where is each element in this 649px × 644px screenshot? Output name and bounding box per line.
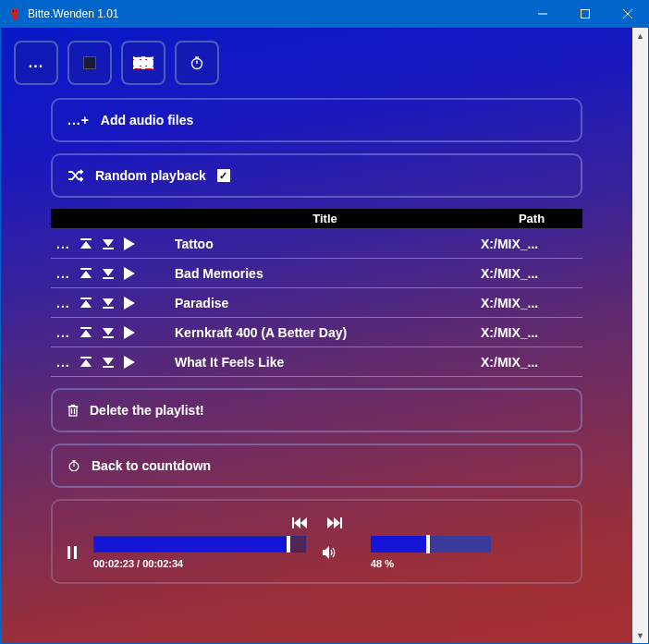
vertical-scrollbar[interactable]: ▲ ▼ <box>632 28 648 643</box>
minimize-button[interactable] <box>521 0 564 28</box>
random-playback-row: Random playback ✓ <box>51 153 582 198</box>
next-track-button[interactable] <box>327 517 342 529</box>
svg-rect-18 <box>80 268 92 270</box>
scroll-down-button[interactable]: ▼ <box>632 627 648 643</box>
row-title: Paradise <box>169 296 481 310</box>
svg-rect-13 <box>80 238 92 240</box>
svg-marker-27 <box>80 330 92 337</box>
row-menu-button[interactable]: ... <box>56 237 70 251</box>
row-title: What It Feels Like <box>169 355 481 370</box>
player-panel: 00:02:23 / 00:02:34 48 % <box>51 499 582 584</box>
svg-rect-37 <box>69 407 77 416</box>
row-path: X:/MIX_... <box>481 266 582 281</box>
svg-marker-34 <box>103 358 114 365</box>
row-path: X:/MIX_... <box>481 237 582 251</box>
svg-rect-52 <box>67 546 70 559</box>
top-toolbar: ... <box>14 41 619 85</box>
move-up-button[interactable] <box>80 298 92 309</box>
playlist-table: Title Path ... Tattoo X:/MIX_... ... Bad… <box>51 209 582 377</box>
pause-button[interactable] <box>67 546 77 559</box>
window-title: Bitte.Wenden 1.01 <box>28 7 521 20</box>
progress-slider[interactable] <box>93 536 306 553</box>
stop-button[interactable] <box>67 41 112 85</box>
header-path: Path <box>481 212 582 225</box>
move-up-button[interactable] <box>80 357 92 368</box>
volume-label: 48 % <box>371 558 491 569</box>
timer-button[interactable] <box>175 41 219 85</box>
svg-marker-22 <box>80 300 92 308</box>
svg-rect-33 <box>80 357 92 358</box>
stop-icon <box>83 56 96 69</box>
svg-rect-51 <box>340 517 342 529</box>
scroll-track[interactable] <box>632 43 648 627</box>
move-up-button[interactable] <box>80 238 92 249</box>
svg-rect-53 <box>74 546 77 559</box>
table-row: ... Tattoo X:/MIX_... <box>51 229 582 259</box>
move-down-button[interactable] <box>102 298 115 309</box>
svg-point-3 <box>16 10 18 12</box>
move-down-button[interactable] <box>102 327 115 338</box>
row-menu-button[interactable]: ... <box>56 355 70 370</box>
move-down-button[interactable] <box>102 268 115 279</box>
play-row-button[interactable] <box>124 267 135 280</box>
row-title: Tattoo <box>169 237 481 251</box>
menu-button[interactable]: ... <box>14 41 58 85</box>
table-row: ... Paradise X:/MIX_... <box>51 288 582 318</box>
svg-rect-23 <box>80 298 92 299</box>
move-down-button[interactable] <box>102 357 115 368</box>
move-down-button[interactable] <box>102 238 115 249</box>
stopwatch-icon <box>190 55 204 70</box>
time-display: 00:02:23 / 00:02:34 <box>93 558 306 569</box>
svg-marker-16 <box>124 237 135 250</box>
delete-playlist-button[interactable]: Delete the playlist! <box>51 388 582 432</box>
shuffle-icon <box>67 169 84 182</box>
play-row-button[interactable] <box>124 356 135 369</box>
svg-rect-5 <box>582 10 590 18</box>
maximize-button[interactable] <box>564 0 606 28</box>
scroll-up-button[interactable]: ▲ <box>632 28 648 43</box>
svg-marker-49 <box>327 517 334 529</box>
row-menu-button[interactable]: ... <box>56 266 70 281</box>
svg-rect-1 <box>12 15 18 19</box>
table-row: ... What It Feels Like X:/MIX_... <box>51 347 582 377</box>
titlebar: Bitte.Wenden 1.01 <box>0 0 649 28</box>
dots-icon: ... <box>29 55 43 71</box>
play-row-button[interactable] <box>124 237 135 250</box>
svg-marker-21 <box>124 267 135 280</box>
row-title: Bad Memories <box>169 266 481 281</box>
svg-rect-28 <box>80 327 92 329</box>
row-menu-button[interactable]: ... <box>56 296 70 310</box>
svg-marker-17 <box>80 271 92 278</box>
move-up-button[interactable] <box>80 327 92 338</box>
svg-rect-15 <box>103 248 114 249</box>
svg-marker-47 <box>294 517 300 529</box>
random-playback-label: Random playback <box>95 168 206 183</box>
svg-point-2 <box>13 10 15 12</box>
row-menu-button[interactable]: ... <box>56 325 70 340</box>
volume-slider[interactable] <box>371 536 491 553</box>
uk-flag-icon <box>133 56 153 69</box>
move-up-button[interactable] <box>80 268 92 279</box>
table-row: ... Kernkraft 400 (A Better Day) X:/MIX_… <box>51 318 582 347</box>
play-row-button[interactable] <box>124 326 135 339</box>
delete-playlist-label: Delete the playlist! <box>90 403 204 418</box>
row-path: X:/MIX_... <box>481 325 582 340</box>
svg-marker-31 <box>124 326 135 339</box>
add-audio-label: Add audio files <box>101 113 193 128</box>
svg-marker-32 <box>80 359 92 367</box>
svg-marker-54 <box>323 546 329 559</box>
svg-marker-24 <box>103 298 114 306</box>
table-row: ... Bad Memories X:/MIX_... <box>51 259 582 288</box>
play-row-button[interactable] <box>124 297 135 310</box>
svg-marker-19 <box>103 269 114 276</box>
language-button[interactable] <box>121 41 165 85</box>
back-countdown-button[interactable]: Back to countdown <box>51 444 582 488</box>
add-audio-button[interactable]: ...+ Add audio files <box>51 98 582 142</box>
svg-rect-30 <box>103 336 114 338</box>
close-button[interactable] <box>606 0 649 28</box>
svg-point-0 <box>11 8 18 16</box>
stopwatch-icon <box>67 459 80 472</box>
prev-track-button[interactable] <box>292 517 307 529</box>
random-playback-checkbox[interactable]: ✓ <box>217 169 230 182</box>
svg-marker-14 <box>103 239 114 247</box>
